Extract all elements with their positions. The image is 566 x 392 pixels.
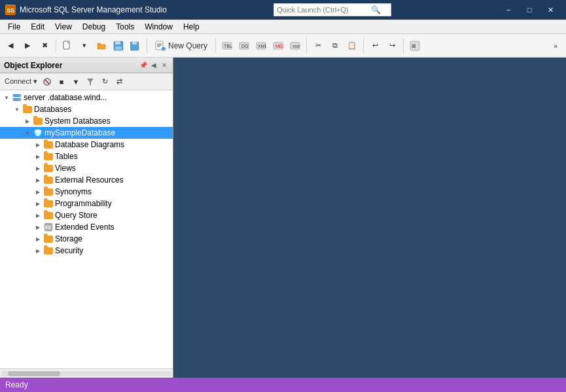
object-explorer-tree[interactable]: server .database.wind... Databases Syste… xyxy=(0,90,173,368)
status-text: Ready xyxy=(5,380,28,389)
tables-expander-icon[interactable] xyxy=(33,151,43,162)
server-expander-icon[interactable] xyxy=(1,92,12,103)
storage-expander-icon[interactable] xyxy=(33,233,43,245)
svg-text:EE: EE xyxy=(45,225,52,230)
oe-stop-button[interactable]: ■ xyxy=(55,75,68,88)
toolbar-overflow-button[interactable]: » xyxy=(548,37,563,55)
toolbar-save-button[interactable] xyxy=(111,37,126,55)
menu-debug[interactable]: Debug xyxy=(77,21,111,33)
synonyms-expander-icon[interactable] xyxy=(33,186,43,198)
views-label: Views xyxy=(55,164,76,173)
menu-edit[interactable]: Edit xyxy=(26,21,50,33)
new-query-button[interactable]: + New Query xyxy=(150,37,212,55)
oe-filter-icon-button[interactable] xyxy=(84,75,97,88)
svg-text:MDX: MDX xyxy=(275,44,283,48)
object-explorer-header: Object Explorer 📌 ◀ ✕ xyxy=(0,58,173,73)
svg-rect-5 xyxy=(115,41,120,45)
toolbar-forward-button[interactable]: ▶ xyxy=(20,37,35,55)
svg-text:XMIT: XMIT xyxy=(292,45,300,48)
tree-tables-node[interactable]: Tables xyxy=(0,151,173,162)
security-expander-icon[interactable] xyxy=(33,245,43,257)
app-title: Microsoft SQL Server Management Studio xyxy=(20,5,167,14)
toolbar-btn-b[interactable]: DG xyxy=(236,37,252,55)
toolbar-btn-a[interactable]: TBL xyxy=(219,37,235,55)
oe-header-controls: 📌 ◀ ✕ xyxy=(139,61,169,70)
status-bar: Ready xyxy=(0,378,566,392)
svg-marker-29 xyxy=(87,79,94,85)
oe-scrollbar-thumb[interactable] xyxy=(8,371,60,376)
toolbar-separator-5 xyxy=(363,39,364,53)
toolbar-separator-3 xyxy=(215,39,216,53)
toolbar-open-button[interactable] xyxy=(94,37,109,55)
tree-diagrams-node[interactable]: Database Diagrams xyxy=(0,139,173,151)
query-store-label: Query Store xyxy=(55,211,97,220)
query-store-folder-icon xyxy=(43,210,54,221)
oe-sync-button[interactable]: ⇄ xyxy=(113,75,126,88)
new-query-label: New Query xyxy=(168,41,207,50)
mysampledb-expander-icon[interactable] xyxy=(22,127,33,139)
menu-file[interactable]: File xyxy=(3,21,26,33)
svg-point-33 xyxy=(19,99,20,100)
views-expander-icon[interactable] xyxy=(33,162,43,174)
system-db-expander-icon[interactable] xyxy=(22,115,33,127)
databases-folder-icon xyxy=(22,104,33,115)
toolbar-new-file-button[interactable] xyxy=(60,37,75,55)
menu-window[interactable]: Window xyxy=(139,21,178,33)
toolbar-redo-button[interactable]: ↪ xyxy=(384,37,400,55)
quick-launch-container[interactable]: 🔍 xyxy=(274,3,391,16)
oe-toolbar: Connect ▾ ■ ▼ ↻ ⇄ xyxy=(0,73,173,90)
toolbar-back-button[interactable]: ◀ xyxy=(3,37,18,55)
toolbar-btn-d[interactable]: MDX xyxy=(270,37,286,55)
oe-refresh-button[interactable]: ↻ xyxy=(98,75,111,88)
programmability-expander-icon[interactable] xyxy=(33,198,43,209)
tree-synonyms-node[interactable]: Synonyms xyxy=(0,186,173,198)
ext-res-expander-icon[interactable] xyxy=(33,174,43,186)
toolbar-btn-c[interactable]: XML xyxy=(253,37,269,55)
toolbar-btn-e[interactable]: XMIT xyxy=(287,37,303,55)
menu-view[interactable]: View xyxy=(50,21,77,33)
toolbar-stop-button[interactable]: ✖ xyxy=(37,37,52,55)
system-databases-folder-icon xyxy=(33,116,43,126)
quick-launch-input[interactable] xyxy=(277,6,368,14)
server-label: server .database.wind... xyxy=(24,93,107,102)
tree-storage-node[interactable]: Storage xyxy=(0,233,173,245)
tree-server-node[interactable]: server .database.wind... xyxy=(0,92,173,103)
tree-query-store-node[interactable]: Query Store xyxy=(0,209,173,221)
oe-close-icon[interactable]: ✕ xyxy=(160,61,169,70)
toolbar-cut-button[interactable]: ✂ xyxy=(310,37,326,55)
oe-filter-button[interactable]: ▼ xyxy=(69,75,82,88)
minimize-button[interactable]: − xyxy=(498,3,519,16)
databases-expander-icon[interactable] xyxy=(12,103,22,115)
oe-connect-button[interactable]: Connect ▾ xyxy=(3,75,39,88)
oe-disconnect-button[interactable] xyxy=(41,75,54,88)
tree-databases-node[interactable]: Databases xyxy=(0,103,173,115)
toolbar-dropdown-button[interactable]: ▾ xyxy=(77,37,92,55)
oe-horizontal-scrollbar[interactable] xyxy=(0,368,173,378)
tree-extended-events-node[interactable]: EE Extended Events xyxy=(0,221,173,233)
toolbar-copy-button[interactable]: ⧉ xyxy=(327,37,343,55)
tree-external-resources-node[interactable]: External Resources xyxy=(0,174,173,186)
database-icon xyxy=(33,128,43,138)
toolbar-undo-button[interactable]: ↩ xyxy=(367,37,383,55)
tables-label: Tables xyxy=(55,152,78,161)
ext-events-expander-icon[interactable] xyxy=(33,221,43,233)
tree-programmability-node[interactable]: Programmability xyxy=(0,198,173,209)
maximize-button[interactable]: □ xyxy=(519,3,540,16)
toolbar-save-all-button[interactable] xyxy=(128,37,143,55)
menu-tools[interactable]: Tools xyxy=(111,21,139,33)
query-store-expander-icon[interactable] xyxy=(33,209,43,221)
oe-arrow-icon[interactable]: ◀ xyxy=(149,61,158,70)
oe-pin-icon[interactable]: 📌 xyxy=(139,61,148,70)
tree-security-node[interactable]: Security xyxy=(0,245,173,257)
tree-system-databases-node[interactable]: System Databases xyxy=(0,115,173,127)
search-icon: 🔍 xyxy=(371,5,381,14)
close-button[interactable]: ✕ xyxy=(540,3,561,16)
tree-mysampledb-node[interactable]: mySampleDatabase xyxy=(0,127,173,139)
menu-help[interactable]: Help xyxy=(178,21,205,33)
toolbar-extra-button[interactable]: ⊞ xyxy=(407,37,423,55)
tree-views-node[interactable]: Views xyxy=(0,162,173,174)
toolbar-paste-button[interactable]: 📋 xyxy=(344,37,360,55)
toolbar-separator-1 xyxy=(56,39,56,53)
diagrams-expander-icon[interactable] xyxy=(33,139,43,151)
programmability-folder-icon xyxy=(43,198,54,209)
